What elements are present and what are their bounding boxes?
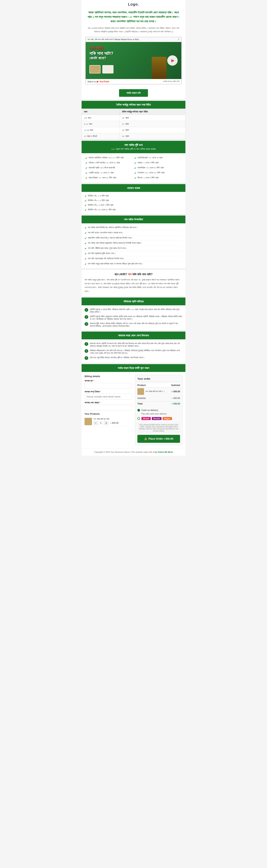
family-list: 1প্রতিটি মানুষের ও তাদের উচিত পরিবারের খ… — [82, 305, 185, 330]
benefit-text: লাল আটা রক্তে কেলেস্টরল কমাতে সাহায্য কর… — [88, 231, 123, 234]
comparison-section: খাবে কোনটা? লাল আটা নাকি সাদা আটা? লাল আ… — [82, 270, 185, 296]
online-radio[interactable] — [137, 417, 140, 420]
whybuy-list: 1আমাদের লালের প্রতিটি অংশগুলো লাল আটার র… — [82, 339, 185, 363]
summary-total: Total ৳ 300.00 — [137, 401, 180, 406]
payment-logos: bKash Rocket Nagad — [141, 417, 172, 420]
online-option[interactable]: bKash Rocket Nagad — [137, 416, 180, 421]
sub-text-content: আর এর জন্য আমাদের পরিষ্কার খাবার গুলো পর… — [86, 27, 181, 33]
play-button[interactable] — [167, 55, 178, 66]
table-row: ৫-১১ বছর২০ গ্রাম — [82, 121, 185, 127]
nutrition-text: ক্যালোরি প্রায়ি- ৩৮০ কিলো ক্যালোরি — [89, 166, 115, 169]
video-wrapper[interactable]: লাল আটা, নাকি সাদা আটা কোনটা ভালো? Whole… — [85, 37, 182, 84]
benefits-header: লাল আটার উপকারিতা — [82, 216, 185, 223]
address-input[interactable] — [84, 394, 132, 400]
qty-input[interactable] — [98, 421, 104, 425]
whybuy-header: আমাদের কাছে থেকে কেনা কিনবেনঃ — [82, 332, 185, 339]
age-cell: ৫-১১ বছর — [82, 121, 120, 127]
product-item: লাল আটার রুটি বানা আটা − + ৳ 300.00 — [84, 417, 132, 427]
nutrition-item-right: ✔জিনেক- ২ থেকে ৩ মিলি গ্রাম — [134, 176, 183, 180]
nutrition-item-left: ✔ফাইবার ও আশি কার্বোহা- ১০ থেকে ৪০ গ্রাম — [84, 160, 134, 165]
divider-7 — [82, 330, 185, 332]
video-top-bar: লাল আটা, নাকি সাদা আটা কোনটা ভালো? Whole… — [86, 37, 181, 42]
bullet-num: 2 — [84, 349, 88, 353]
check-icon: ✔ — [84, 195, 87, 197]
summary-product-thumb — [137, 388, 144, 395]
your-products-title: Your Products — [84, 413, 132, 415]
benefit-item: ✔লাল আটা পাচনতন্ত্রের গতি প্রতিরোধ সিস্ট… — [84, 256, 183, 261]
cash-option[interactable]: Cash on delivery — [137, 408, 180, 413]
bkash-logo: bKash — [141, 417, 151, 420]
food-image-white — [102, 65, 113, 73]
check-icon: ✔ — [84, 226, 87, 229]
table-row: ১৭ বছর ও ঊর্ধ্বে৩০ গ্রাম — [82, 133, 185, 139]
order-summary: Your order Product Subtotal লাল আটার রুট… — [135, 375, 183, 445]
cta-button[interactable]: অর্ডার করতে চাই — [119, 89, 148, 97]
phone-input[interactable] — [84, 405, 132, 410]
page-container: Logo. আমরা প্রতিনিয়ত কানসার, রক্ত কেলেস… — [82, 0, 185, 456]
check-icon: ✔ — [134, 172, 136, 175]
check-icon: ✔ — [84, 262, 87, 266]
order-section: অর্ডার করতে নিচের ফর্মটি পূরণ করুন Billi… — [82, 364, 185, 448]
nutrition-text: ম্যাগনেশিয়াম- ৩০ থেকে ৬০ মিলি গ্রাম — [89, 176, 116, 179]
divider-3 — [82, 183, 185, 184]
benefit-item: ✔লাল আটা ক্যান্সারের ঝুঁকি কমাতে করে। — [84, 251, 183, 256]
also-item: ✔ভিটামিন- বি৯- ৪০ থেকে ৬০ মিলি গ্রাম — [84, 208, 183, 212]
family-section: পরিবারের প্রতি দায়িত্বঃ 1প্রতিটি মানুষে… — [82, 298, 185, 330]
nutrition-item-left: ✔কার্বনের প্রতিটিকে ফাইবার- ৮৬ = ০.৭ মিল… — [84, 155, 134, 160]
form-row: Billing details আপনার নাম * আপনার সম্পূর… — [84, 375, 183, 445]
check-icon: ✔ — [84, 257, 87, 260]
place-order-button[interactable]: 🔒 Place Order ৳ 300.00 — [137, 435, 180, 443]
video-bottom-bar: Watch on ▶ YouTube গুণিবিদ নিলায় শার্মি… — [86, 79, 181, 84]
food-image-brown — [89, 65, 101, 73]
rocket-logo: Rocket — [152, 417, 162, 420]
share-icon[interactable]: ⇧ — [178, 38, 180, 41]
check-icon: ✔ — [84, 247, 87, 250]
qty-increase[interactable]: + — [104, 421, 108, 425]
age-cell: ২-৫ বছর — [82, 115, 120, 121]
benefit-text: লাল আটায় থাকা ফাইবার ক্যান্সারসহ বিভিন্… — [88, 242, 142, 244]
whybuy-text: আমাদের লালের প্রতিটি অংশগুলো লাল আটার রু… — [90, 342, 183, 347]
comparison-title-rest: আটা নাকি সাদা আটা? — [132, 273, 153, 276]
billing-col: Billing details আপনার নাম * আপনার সম্পূর… — [84, 375, 132, 445]
check-icon: ✔ — [134, 177, 136, 180]
family-text: আমাদের ঝুঁকি কমাতে ফাইবার জাতীয় পরিষ্কা… — [90, 322, 183, 327]
check-icon: ✔ — [85, 166, 87, 169]
check-icon: ✔ — [84, 252, 87, 255]
amount-cell: ২০ গ্রাম — [120, 121, 185, 127]
also-header: এছাড়াও রয়েছে — [82, 184, 185, 192]
nutrition-item-right: ✔ক্যালসিয়াম- ৩০ থেকে ৬০ মিলি গ্রাম — [134, 165, 183, 170]
table-col2-header: দৈনিক কতটুকু ফাইবার গ্রহণ উচিত — [120, 109, 185, 115]
nutrition-header: লাল আটার পুষ্টি গুণঃ ১০০ গ্রাম লাল আটার … — [82, 141, 185, 153]
video-title-text: লাল আটা, নাকি সাদা আটা কোনটা ভালো? Whole… — [87, 38, 140, 41]
table-row: ১১-১৬ বছর২৫ গ্রাম — [82, 127, 185, 133]
watch-on-label: Watch on — [87, 81, 96, 83]
nutrition-text: কার্বনের প্রতিটিকে ফাইবার- ৮৬ = ০.৭ মিলি… — [89, 156, 124, 159]
summary-header: Product Subtotal — [137, 383, 180, 388]
fiber-table: বয়স দৈনিক কতটুকু ফাইবার গ্রহণ উচিত ২-৫ … — [82, 108, 185, 139]
age-cell: ১১-১৬ বছর — [82, 127, 120, 133]
benefit-item: ✔লাল আটায় প্রচুর ম্যাগ্নেশিয়াম আছে যা … — [84, 261, 183, 267]
nutrition-item-right: ✔কার্বোহাইড্রেট- ৭০ থেকে ৭৫ গ্রাম — [134, 155, 183, 160]
also-item: ✔ভিটামিন- বি১- ০.৫ মিলি গ্রাম — [84, 194, 183, 198]
nutrition-title-line1: লাল আটার পুষ্টি গুণঃ — [85, 144, 182, 147]
family-item: 2প্রতিটি মানুষের উচিত প্রচুরভাবে ফাইবার … — [84, 314, 183, 321]
family-item: 1প্রতিটি মানুষের ও তাদের উচিত পরিবারের খ… — [84, 307, 183, 314]
family-header: পরিবারের প্রতি দায়িত্বঃ — [82, 298, 185, 305]
watch-on[interactable]: Watch on ▶ YouTube — [87, 80, 109, 83]
hero-section: আমরা প্রতিনিয়ত কানসার, রক্ত কেলেস্টরল, … — [82, 8, 185, 25]
phone-label: আপনার ফোন নাম্বার * — [84, 401, 132, 404]
cash-radio[interactable] — [137, 409, 140, 411]
check-icon: ✔ — [85, 177, 87, 180]
nutrition-item-left: ✔ক্যালোরি প্রায়ি- ৩৮০ কিলো ক্যালোরি — [84, 165, 134, 170]
benefit-text: লাল আটা শরীরিক জ্বর কমায়, সুস্থ হ্রদয় … — [88, 247, 127, 249]
name-input[interactable] — [84, 383, 132, 389]
youtube-logo[interactable]: ▶ YouTube — [97, 80, 109, 83]
video-background[interactable]: লাল আটা, নাকি সাদা আটা? কোনটা খাবো? — [86, 42, 181, 79]
qty-decrease[interactable]: − — [94, 421, 98, 425]
check-icon: ✔ — [84, 237, 87, 240]
summary-product-price: ৳ 300.00 — [172, 390, 180, 393]
total-value: ৳ 300.00 — [172, 402, 180, 405]
payment-section: Cash on delivery Pay with cash upon deli… — [137, 408, 180, 421]
cash-sub-label: Pay with cash upon delivery — [137, 413, 180, 415]
summary-product-name: লাল আটার রুটি বানা আটা × ১ — [145, 390, 170, 393]
